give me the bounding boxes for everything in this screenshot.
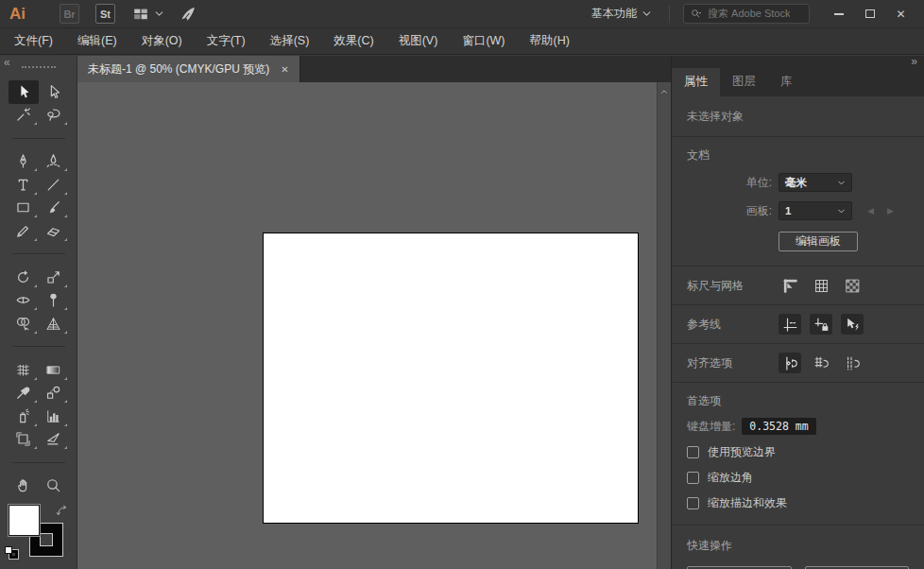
swap-fill-stroke-icon[interactable] bbox=[56, 505, 68, 517]
chevron-down-icon bbox=[837, 179, 846, 187]
flyout-indicator bbox=[34, 215, 37, 217]
slice-tool[interactable] bbox=[39, 428, 69, 452]
flyout-indicator bbox=[64, 377, 67, 380]
lock-guides-button[interactable] bbox=[810, 314, 832, 335]
menubar-item-7[interactable]: 窗口(W) bbox=[450, 28, 517, 54]
edit-artboard-button[interactable]: 编辑画板 bbox=[779, 232, 858, 251]
snap-to-point-button[interactable] bbox=[779, 353, 801, 373]
show-guides-button[interactable] bbox=[779, 314, 801, 335]
tool-separator bbox=[12, 253, 65, 254]
checkbox-0[interactable] bbox=[687, 446, 699, 458]
hand-tool[interactable] bbox=[9, 474, 39, 498]
direct-selection-tool[interactable] bbox=[39, 80, 69, 104]
minimize-button[interactable] bbox=[823, 3, 854, 26]
smart-guides-button[interactable] bbox=[841, 314, 864, 335]
paintbrush-tool[interactable] bbox=[39, 197, 69, 220]
column-graph-tool[interactable] bbox=[39, 405, 69, 428]
symbol-sprayer-tool[interactable] bbox=[9, 405, 39, 428]
snap-to-grid-button[interactable] bbox=[810, 353, 832, 373]
rectangle-tool[interactable] bbox=[9, 197, 39, 220]
menubar-item-2[interactable]: 对象(O) bbox=[129, 28, 195, 54]
document-tab[interactable]: 未标题-1 @ 50% (CMYK/GPU 预览) ✕ bbox=[77, 56, 300, 82]
show-grid-button[interactable] bbox=[810, 275, 832, 296]
chevron-down-icon bbox=[837, 207, 846, 216]
magic-wand-tool[interactable] bbox=[9, 104, 39, 128]
rotate-tool[interactable] bbox=[9, 266, 39, 289]
tools-panel-header: « bbox=[0, 56, 77, 78]
maximize-button[interactable] bbox=[854, 3, 885, 26]
flyout-indicator bbox=[64, 284, 67, 287]
close-tab-icon[interactable]: ✕ bbox=[281, 64, 288, 75]
shape-builder-tool[interactable] bbox=[9, 312, 39, 336]
canvas[interactable] bbox=[77, 82, 671, 569]
guides-section: 参考线 bbox=[672, 305, 924, 344]
menubar-item-3[interactable]: 文字(T) bbox=[195, 28, 258, 54]
eyedropper-tool[interactable] bbox=[9, 382, 39, 405]
collapse-panel-button[interactable]: » bbox=[911, 56, 917, 67]
checkbox-2[interactable] bbox=[687, 497, 699, 509]
document-tabbar: 未标题-1 @ 50% (CMYK/GPU 预览) ✕ bbox=[77, 56, 671, 82]
eraser-tool[interactable] bbox=[39, 219, 69, 243]
artboard[interactable] bbox=[263, 233, 639, 524]
artboard-tool[interactable] bbox=[9, 428, 39, 452]
menubar-item-1[interactable]: 编辑(E) bbox=[65, 28, 129, 54]
panel-tab-1[interactable]: 图层 bbox=[720, 68, 768, 96]
fill-swatch[interactable] bbox=[9, 505, 40, 536]
workspace-menu[interactable]: 基本功能 bbox=[591, 6, 652, 22]
vertical-scrollbar[interactable] bbox=[657, 82, 671, 569]
lasso-tool[interactable] bbox=[39, 104, 69, 128]
unit-select[interactable]: 毫米 bbox=[779, 173, 852, 192]
keyboard-increment-input[interactable]: 0.3528 mm bbox=[742, 418, 815, 435]
scale-tool[interactable] bbox=[39, 266, 69, 289]
search-placeholder: 搜索 Adobe Stock bbox=[708, 7, 790, 21]
gradient-tool[interactable] bbox=[39, 358, 69, 382]
section-title-preferences: 首选项 bbox=[687, 393, 909, 409]
stock-button[interactable]: St bbox=[95, 4, 115, 24]
pencil-tool[interactable] bbox=[9, 219, 39, 243]
pen-tool[interactable] bbox=[9, 150, 39, 174]
bridge-button[interactable]: Br bbox=[60, 4, 79, 24]
flyout-indicator bbox=[34, 446, 37, 449]
curvature-tool[interactable] bbox=[39, 150, 69, 174]
gpu-performance-icon[interactable] bbox=[180, 6, 197, 23]
menubar-item-0[interactable]: 文件(F) bbox=[2, 28, 65, 54]
snap-section: 对齐选项 bbox=[672, 344, 924, 383]
checkbox-1[interactable] bbox=[687, 472, 699, 484]
selection-tool[interactable] bbox=[9, 80, 39, 104]
panel-tab-2[interactable]: 库 bbox=[768, 68, 805, 96]
workspace-switcher-icon[interactable] bbox=[132, 7, 149, 22]
flyout-indicator bbox=[64, 168, 67, 171]
artboard-label: 画板: bbox=[687, 203, 772, 219]
document-section: 文档 单位: 毫米 画板: 1 bbox=[672, 137, 924, 267]
next-artboard-button[interactable]: ▶ bbox=[887, 206, 894, 216]
menubar-item-6[interactable]: 视图(V) bbox=[386, 28, 451, 54]
type-tool[interactable] bbox=[9, 173, 39, 197]
close-button[interactable]: ✕ bbox=[885, 3, 916, 26]
puppet-warp-tool[interactable] bbox=[39, 289, 69, 313]
collapse-tools-button[interactable]: « bbox=[4, 56, 10, 69]
scroll-up-icon[interactable] bbox=[660, 88, 668, 95]
blend-tool[interactable] bbox=[39, 382, 69, 405]
artboard-select[interactable]: 1 bbox=[779, 201, 852, 220]
zoom-tool[interactable] bbox=[39, 474, 69, 498]
menubar-item-8[interactable]: 帮助(H) bbox=[518, 28, 582, 54]
line-segment-tool[interactable] bbox=[39, 173, 69, 197]
snap-to-pixel-button[interactable] bbox=[841, 353, 864, 373]
chevron-down-icon[interactable] bbox=[154, 9, 164, 19]
checkbox-label-2: 缩放描边和效果 bbox=[708, 495, 787, 511]
search-input[interactable]: 搜索 Adobe Stock bbox=[683, 4, 810, 24]
panel-grip[interactable] bbox=[22, 66, 56, 68]
pref-checkbox-row-2: 缩放描边和效果 bbox=[687, 495, 909, 511]
perspective-grid-tool[interactable] bbox=[39, 312, 69, 336]
default-fill-stroke-icon[interactable] bbox=[5, 546, 20, 560]
corner-ruler-button[interactable] bbox=[779, 275, 801, 296]
width-tool[interactable] bbox=[9, 289, 39, 313]
prev-artboard-button[interactable]: ◀ bbox=[867, 206, 874, 216]
keyboard-increment-label: 键盘增量: bbox=[687, 419, 735, 435]
menubar-item-5[interactable]: 效果(C) bbox=[321, 28, 385, 54]
menubar-item-4[interactable]: 选择(S) bbox=[258, 28, 322, 54]
chevron-down-icon bbox=[642, 9, 652, 19]
mesh-tool[interactable] bbox=[9, 358, 39, 382]
transparency-grid-button[interactable] bbox=[841, 275, 864, 296]
panel-tab-0[interactable]: 属性 bbox=[672, 68, 720, 96]
